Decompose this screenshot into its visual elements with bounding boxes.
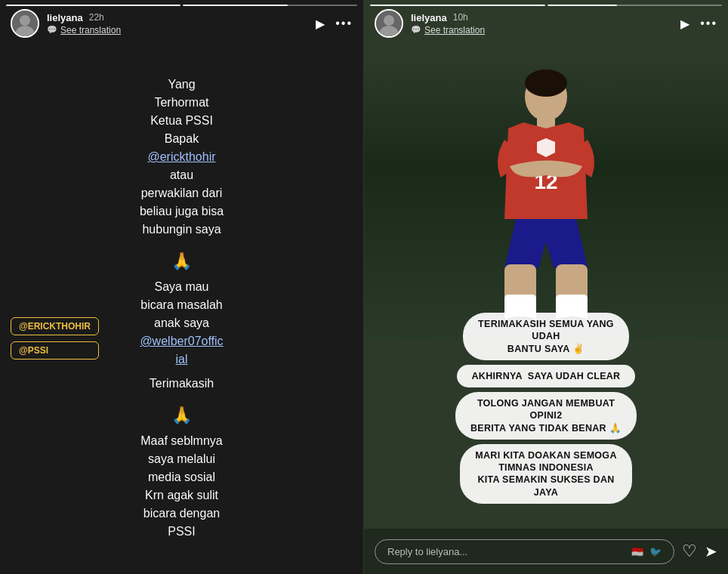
left-text-4: Maaf seblmnyasaya melaluimedia sosialKrn… — [140, 432, 223, 541]
left-more-button[interactable]: ••• — [335, 17, 353, 30]
reply-bird-icon: 🐦 — [649, 546, 662, 557]
footballer-silhouette: 12 — [478, 68, 614, 325]
right-text-area: TERIMAKASIH SEMUA YANGUDAHBANTU SAYA ✌ A… — [364, 310, 728, 529]
left-play-button[interactable]: ▶ — [316, 17, 325, 31]
left-text-2: Saya maubicara masalahanak saya @welber0… — [140, 278, 223, 369]
right-avatar[interactable] — [375, 9, 403, 38]
left-text-1: YangTerhormatKetua PSSIBapak @erickthohi… — [140, 76, 224, 239]
prayer-emoji-2: 🙏 — [171, 403, 192, 427]
mention-erickthohir[interactable]: @erickthohir — [147, 150, 215, 163]
right-see-translation[interactable]: See translation — [424, 25, 485, 35]
right-username: lielyana — [411, 12, 447, 23]
svg-point-1 — [525, 69, 567, 97]
svg-rect-2 — [537, 115, 555, 128]
reply-flag: 🇮🇩 — [631, 546, 643, 557]
pill-1: TERIMAKASIH SEMUA YANGUDAHBANTU SAYA ✌ — [463, 313, 629, 360]
send-button[interactable]: ➤ — [705, 542, 717, 560]
prayer-emoji-1: 🙏 — [171, 249, 192, 273]
right-story-header: lielyana 10h 💬 See translation ▶ ••• — [364, 0, 728, 44]
left-username: lielyana — [47, 12, 83, 23]
left-avatar[interactable] — [11, 9, 39, 38]
left-time-ago: 22h — [89, 12, 104, 23]
right-more-button[interactable]: ••• — [700, 17, 717, 30]
left-see-translation[interactable]: See translation — [60, 25, 121, 35]
pill-3: TOLONG JANGAN MEMBUATOPINI2BERITA YANG T… — [455, 392, 637, 440]
right-time-ago: 10h — [453, 12, 468, 23]
heart-button[interactable]: ♡ — [682, 542, 697, 561]
translation-icon-left: 💬 — [47, 25, 57, 35]
footballer-image-area: 12 — [364, 53, 728, 340]
mention-welber[interactable]: @welber07official — [140, 335, 223, 366]
translation-icon-right: 💬 — [411, 25, 421, 35]
right-play-button[interactable]: ▶ — [680, 17, 689, 31]
tag-erickthohir[interactable]: @ERICKTHOHIR — [11, 317, 99, 335]
progress-bar-1 — [6, 5, 180, 6]
right-progress-bar-2 — [548, 5, 723, 6]
pill-2: AKHIRNYA SAYA UDAH CLEAR — [457, 365, 636, 387]
pill-4: MARI KITA DOAKAN SEMOGATIMNAS INDONESIAK… — [460, 444, 631, 504]
left-progress-bars — [6, 5, 357, 6]
progress-bar-2 — [183, 5, 357, 6]
reply-bar: Reply to lielyana... 🇮🇩 🐦 ♡ ➤ — [364, 529, 728, 574]
left-side-tags: @ERICKTHOHIR @PSSI — [11, 317, 99, 360]
left-header-actions: ▶ ••• — [316, 17, 353, 31]
left-story-header: lielyana 22h 💬 See translation ▶ ••• — [0, 0, 363, 44]
right-progress-bar-1 — [370, 5, 545, 6]
reply-placeholder: Reply to lielyana... — [387, 546, 467, 557]
tag-pssi[interactable]: @PSSI — [11, 341, 99, 360]
right-header-actions: ▶ ••• — [680, 17, 717, 31]
reply-input-wrapper[interactable]: Reply to lielyana... 🇮🇩 🐦 — [375, 539, 674, 564]
left-text-3: Terimakasih — [150, 375, 214, 393]
right-progress-bars — [370, 5, 722, 6]
right-header-info: lielyana 10h 💬 See translation — [411, 12, 680, 35]
left-header-info: lielyana 22h 💬 See translation — [47, 12, 316, 35]
left-story-panel: lielyana 22h 💬 See translation ▶ ••• Yan… — [0, 0, 364, 574]
right-story-panel: lielyana 10h 💬 See translation ▶ ••• — [364, 0, 728, 574]
